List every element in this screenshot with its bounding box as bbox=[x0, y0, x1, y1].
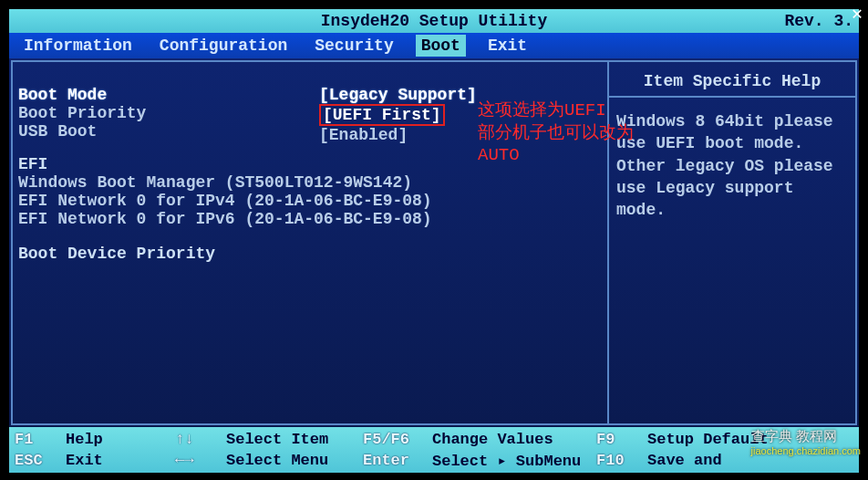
help-panel: Item Specific Help Windows 8 64bit pleas… bbox=[607, 60, 857, 425]
tab-boot[interactable]: Boot bbox=[416, 35, 466, 57]
boot-priority-value[interactable]: [UEFI First] bbox=[319, 104, 445, 126]
key-esc: ESC bbox=[15, 452, 66, 469]
key-f10: F10 bbox=[596, 452, 647, 469]
key-f5f6: F5/F6 bbox=[363, 431, 432, 448]
boot-mode-value[interactable]: [Legacy Support] bbox=[319, 86, 604, 104]
bios-window: InsydeH20 Setup Utility Rev. 3. Informat… bbox=[9, 9, 859, 471]
tab-exit[interactable]: Exit bbox=[482, 35, 532, 57]
tab-bar: Information Configuration Security Boot … bbox=[9, 33, 859, 58]
tab-security[interactable]: Security bbox=[309, 35, 398, 57]
boot-mode-label[interactable]: Boot Mode bbox=[18, 86, 312, 104]
main-panel: 这项选择为UEFI 部分机子也可以改为 AUTO Boot Mode Boot … bbox=[9, 58, 859, 427]
help-title: Item Specific Help bbox=[609, 69, 855, 98]
key-arrows: ↑↓ bbox=[175, 431, 226, 448]
efi-item-wbm[interactable]: Windows Boot Manager (ST500LT012-9WS142) bbox=[18, 173, 312, 192]
key-arrows-label: Select Item bbox=[226, 431, 363, 448]
watermark: 查字典 教程网 jiaocheng.chazidian.com bbox=[751, 428, 861, 456]
tab-information[interactable]: Information bbox=[18, 35, 138, 57]
settings-values-column: [Legacy Support] [UEFI First] [Enabled] bbox=[315, 60, 607, 425]
usb-boot-value[interactable]: [Enabled] bbox=[319, 126, 604, 144]
title-bar: InsydeH20 Setup Utility Rev. 3. bbox=[9, 9, 859, 33]
key-f9: F9 bbox=[596, 431, 647, 448]
boot-device-priority-label[interactable]: Boot Device Priority bbox=[18, 245, 312, 263]
efi-header: EFI bbox=[18, 155, 312, 173]
help-body: Windows 8 64bit please use UEFI boot mod… bbox=[615, 107, 850, 224]
key-enter-label: Select ▸ SubMenu bbox=[432, 451, 596, 470]
efi-item-ipv4[interactable]: EFI Network 0 for IPv4 (20-1A-06-BC-E9-0… bbox=[18, 192, 312, 210]
settings-labels-column: Boot Mode Boot Priority USB Boot EFI Win… bbox=[11, 60, 315, 425]
efi-item-ipv6[interactable]: EFI Network 0 for IPv6 (20-1A-06-BC-E9-0… bbox=[18, 210, 312, 228]
revision-text: Rev. 3. bbox=[784, 12, 853, 30]
title-text: InsydeH20 Setup Utility bbox=[321, 12, 547, 30]
key-f5f6-label: Change Values bbox=[432, 431, 596, 448]
key-f1: F1 bbox=[15, 431, 66, 448]
boot-priority-label[interactable]: Boot Priority bbox=[18, 104, 312, 122]
watermark-sub: jiaocheng.chazidian.com bbox=[751, 445, 861, 456]
watermark-main: 查字典 教程网 bbox=[751, 428, 837, 443]
key-f1-label: Help bbox=[66, 431, 175, 448]
key-esc-label: Exit bbox=[66, 452, 175, 469]
footer-keys: F1 Help ↑↓ Select Item F5/F6 Change Valu… bbox=[9, 427, 859, 473]
key-leftright-label: Select Menu bbox=[226, 452, 363, 469]
tab-configuration[interactable]: Configuration bbox=[154, 35, 293, 57]
usb-boot-label[interactable]: USB Boot bbox=[18, 122, 312, 141]
close-icon[interactable]: ✕ bbox=[852, 2, 863, 25]
key-enter: Enter bbox=[363, 452, 432, 469]
key-leftright: ←→ bbox=[175, 452, 226, 469]
